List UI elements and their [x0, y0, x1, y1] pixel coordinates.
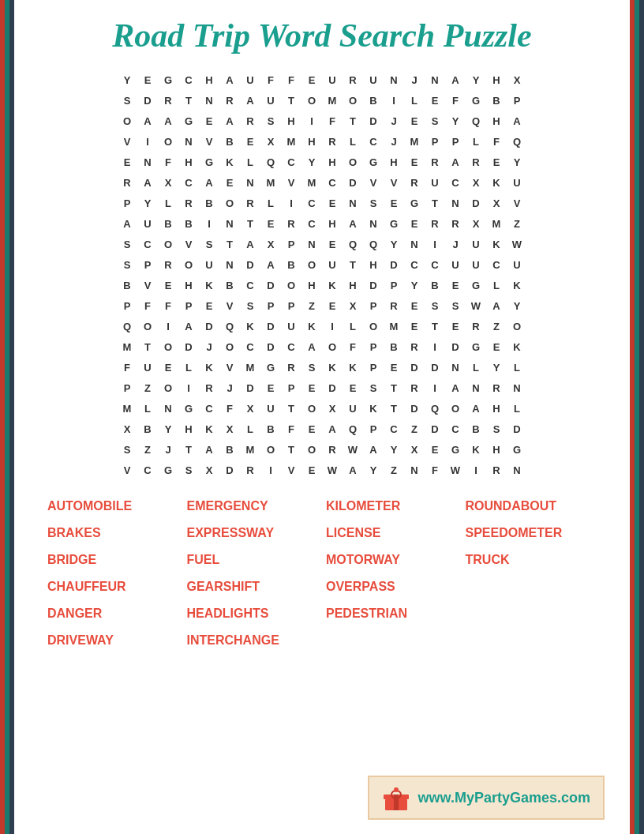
grid-cell: N — [384, 70, 404, 90]
grid-cell: D — [322, 378, 343, 398]
grid-cell: S — [363, 193, 384, 213]
grid-cell: R — [425, 213, 445, 234]
grid-cell: T — [178, 90, 199, 111]
grid-cell: X — [260, 234, 281, 254]
grid-cell: A — [445, 152, 466, 172]
grid-cell: A — [507, 111, 527, 131]
grid-cell: S — [301, 357, 322, 378]
grid-cell: Y — [404, 275, 425, 295]
grid-cell: F — [137, 295, 158, 316]
grid-cell: L — [158, 193, 178, 213]
grid-cell: K — [199, 419, 219, 439]
grid-cell: S — [486, 419, 507, 439]
grid-cell: F — [322, 111, 343, 131]
grid-cell: O — [507, 316, 527, 336]
grid-cell: W — [507, 234, 527, 254]
grid-cell: Q — [343, 234, 363, 254]
grid-cell: R — [486, 378, 507, 398]
grid-cell: G — [178, 398, 199, 419]
grid-cell: E — [425, 439, 445, 460]
grid-cell: N — [507, 460, 527, 480]
grid-cell: P — [363, 419, 384, 439]
grid-cell: Y — [363, 460, 384, 480]
grid-cell: E — [260, 213, 281, 234]
grid-cell: M — [322, 90, 343, 111]
word-item: KILOMETER — [326, 496, 458, 517]
grid-cell: P — [363, 336, 384, 357]
grid-cell: A — [137, 172, 158, 193]
grid-cell: R — [343, 70, 363, 90]
grid-cell: W — [445, 460, 466, 480]
grid-cell: F — [117, 357, 137, 378]
grid-cell: N — [445, 193, 466, 213]
grid-cell: B — [158, 213, 178, 234]
grid-cell: S — [363, 378, 384, 398]
grid-row: SPROUNDABOUTHDCCUUCU — [117, 254, 527, 275]
grid-cell: P — [384, 275, 404, 295]
grid-cell: I — [137, 131, 158, 152]
grid-cell: H — [343, 275, 363, 295]
grid-cell: A — [240, 234, 260, 254]
grid-cell: Z — [384, 460, 404, 480]
grid-cell: E — [301, 378, 322, 398]
grid-cell: V — [117, 460, 137, 480]
grid-cell: Y — [137, 193, 158, 213]
grid-cell: E — [199, 295, 219, 316]
grid-cell: D — [240, 378, 260, 398]
grid-cell: O — [281, 275, 301, 295]
grid-cell: K — [322, 357, 343, 378]
grid-cell: C — [404, 254, 425, 275]
grid-cell: V — [117, 131, 137, 152]
grid-cell: A — [466, 398, 486, 419]
grid-cell: R — [117, 172, 137, 193]
grid-cell: O — [322, 336, 343, 357]
grid-cell: F — [445, 90, 466, 111]
grid-cell: E — [260, 378, 281, 398]
grid-cell: R — [466, 316, 486, 336]
word-item — [466, 577, 597, 597]
grid-cell: F — [281, 419, 301, 439]
grid-cell: H — [281, 111, 301, 131]
grid-row: ENFHGKLQCYHOGHERAREY — [117, 152, 527, 172]
grid-cell: I — [158, 316, 178, 336]
grid-cell: A — [445, 378, 466, 398]
grid-cell: U — [466, 254, 486, 275]
grid-cell: E — [404, 111, 425, 131]
grid-cell: R — [425, 152, 445, 172]
grid-cell: G — [466, 336, 486, 357]
grid-cell: A — [178, 316, 199, 336]
grid-cell: M — [384, 316, 404, 336]
grid-cell: A — [343, 213, 363, 234]
grid-cell: W — [322, 460, 343, 480]
grid-row: BVEHKBCDOHKHDPYBEGLK — [117, 275, 527, 295]
grid-cell: H — [301, 131, 322, 152]
word-item: TRUCK — [466, 550, 597, 570]
grid-cell: J — [199, 336, 219, 357]
grid-cell: L — [343, 131, 363, 152]
grid-cell: D — [363, 275, 384, 295]
grid-cell: Q — [260, 152, 281, 172]
grid-cell: N — [219, 254, 240, 275]
grid-row: VCGSXDRIVEWAYZNFWIRN — [117, 460, 527, 480]
grid-row: PFFPEVSPPZEXPRESSWAY — [117, 295, 527, 316]
grid-cell: G — [178, 111, 199, 131]
word-item: EMERGENCY — [187, 496, 319, 517]
grid-cell: N — [363, 213, 384, 234]
grid-cell: T — [384, 398, 404, 419]
grid-cell: E — [158, 357, 178, 378]
grid-cell: U — [507, 254, 527, 275]
grid-cell: D — [219, 460, 240, 480]
grid-cell: A — [240, 90, 260, 111]
grid-cell: N — [219, 213, 240, 234]
grid-cell: S — [445, 295, 466, 316]
grid-cell: Y — [445, 111, 466, 131]
grid-cell: Z — [507, 213, 527, 234]
grid-row: SDRTNRAUTOMOBILEFGBP — [117, 90, 527, 111]
word-item: LICENSE — [326, 523, 458, 543]
grid-cell: S — [117, 90, 137, 111]
grid-cell: C — [301, 213, 322, 234]
word-list: AUTOMOBILEEMERGENCYKILOMETERROUNDABOUTBR… — [39, 496, 605, 651]
grid-cell: G — [158, 460, 178, 480]
grid-cell: E — [301, 460, 322, 480]
grid-cell: D — [384, 254, 404, 275]
